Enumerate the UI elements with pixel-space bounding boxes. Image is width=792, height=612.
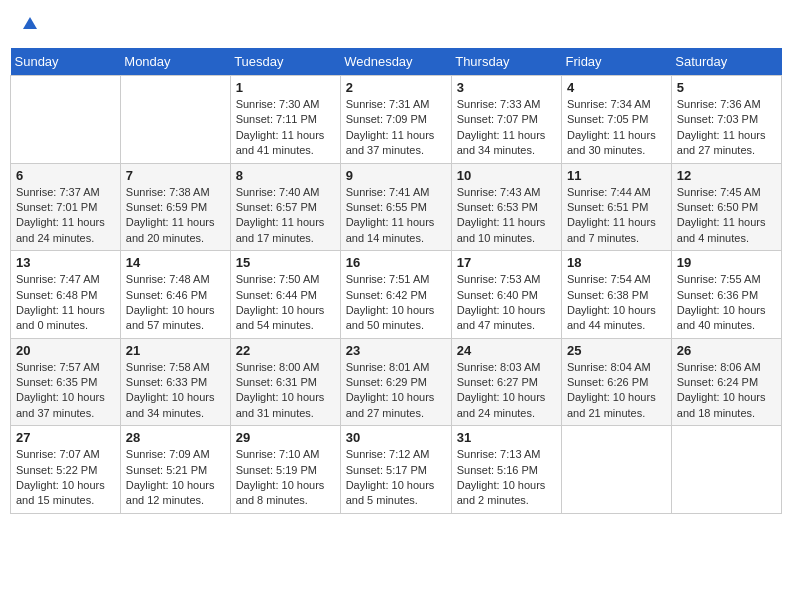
day-cell: 16Sunrise: 7:51 AM Sunset: 6:42 PM Dayli…	[340, 251, 451, 339]
day-cell: 31Sunrise: 7:13 AM Sunset: 5:16 PM Dayli…	[451, 426, 561, 514]
day-number: 10	[457, 168, 556, 183]
week-row-4: 20Sunrise: 7:57 AM Sunset: 6:35 PM Dayli…	[11, 338, 782, 426]
day-info: Sunrise: 7:30 AM Sunset: 7:11 PM Dayligh…	[236, 97, 335, 159]
day-info: Sunrise: 7:51 AM Sunset: 6:42 PM Dayligh…	[346, 272, 446, 334]
day-info: Sunrise: 7:44 AM Sunset: 6:51 PM Dayligh…	[567, 185, 666, 247]
day-info: Sunrise: 7:43 AM Sunset: 6:53 PM Dayligh…	[457, 185, 556, 247]
day-number: 12	[677, 168, 776, 183]
day-info: Sunrise: 7:53 AM Sunset: 6:40 PM Dayligh…	[457, 272, 556, 334]
day-number: 18	[567, 255, 666, 270]
logo	[20, 15, 40, 33]
day-number: 14	[126, 255, 225, 270]
week-row-3: 13Sunrise: 7:47 AM Sunset: 6:48 PM Dayli…	[11, 251, 782, 339]
week-row-1: 1Sunrise: 7:30 AM Sunset: 7:11 PM Daylig…	[11, 76, 782, 164]
day-number: 3	[457, 80, 556, 95]
day-number: 26	[677, 343, 776, 358]
day-number: 15	[236, 255, 335, 270]
day-cell: 15Sunrise: 7:50 AM Sunset: 6:44 PM Dayli…	[230, 251, 340, 339]
day-cell: 11Sunrise: 7:44 AM Sunset: 6:51 PM Dayli…	[561, 163, 671, 251]
day-info: Sunrise: 7:09 AM Sunset: 5:21 PM Dayligh…	[126, 447, 225, 509]
day-number: 1	[236, 80, 335, 95]
day-cell: 23Sunrise: 8:01 AM Sunset: 6:29 PM Dayli…	[340, 338, 451, 426]
day-info: Sunrise: 8:04 AM Sunset: 6:26 PM Dayligh…	[567, 360, 666, 422]
day-number: 29	[236, 430, 335, 445]
day-cell: 14Sunrise: 7:48 AM Sunset: 6:46 PM Dayli…	[120, 251, 230, 339]
day-info: Sunrise: 7:47 AM Sunset: 6:48 PM Dayligh…	[16, 272, 115, 334]
day-number: 30	[346, 430, 446, 445]
weekday-header-tuesday: Tuesday	[230, 48, 340, 76]
day-cell: 8Sunrise: 7:40 AM Sunset: 6:57 PM Daylig…	[230, 163, 340, 251]
weekday-header-friday: Friday	[561, 48, 671, 76]
day-number: 22	[236, 343, 335, 358]
day-cell	[561, 426, 671, 514]
week-row-5: 27Sunrise: 7:07 AM Sunset: 5:22 PM Dayli…	[11, 426, 782, 514]
calendar-table: SundayMondayTuesdayWednesdayThursdayFrid…	[10, 48, 782, 514]
day-number: 16	[346, 255, 446, 270]
day-info: Sunrise: 7:54 AM Sunset: 6:38 PM Dayligh…	[567, 272, 666, 334]
logo-icon	[21, 15, 39, 33]
day-info: Sunrise: 7:07 AM Sunset: 5:22 PM Dayligh…	[16, 447, 115, 509]
day-cell: 2Sunrise: 7:31 AM Sunset: 7:09 PM Daylig…	[340, 76, 451, 164]
day-cell: 28Sunrise: 7:09 AM Sunset: 5:21 PM Dayli…	[120, 426, 230, 514]
day-cell	[120, 76, 230, 164]
weekday-header-thursday: Thursday	[451, 48, 561, 76]
day-info: Sunrise: 7:58 AM Sunset: 6:33 PM Dayligh…	[126, 360, 225, 422]
day-cell: 27Sunrise: 7:07 AM Sunset: 5:22 PM Dayli…	[11, 426, 121, 514]
day-info: Sunrise: 7:37 AM Sunset: 7:01 PM Dayligh…	[16, 185, 115, 247]
day-info: Sunrise: 7:50 AM Sunset: 6:44 PM Dayligh…	[236, 272, 335, 334]
svg-marker-0	[23, 17, 37, 29]
day-cell: 25Sunrise: 8:04 AM Sunset: 6:26 PM Dayli…	[561, 338, 671, 426]
day-number: 25	[567, 343, 666, 358]
day-number: 2	[346, 80, 446, 95]
day-info: Sunrise: 7:38 AM Sunset: 6:59 PM Dayligh…	[126, 185, 225, 247]
day-number: 6	[16, 168, 115, 183]
day-info: Sunrise: 7:55 AM Sunset: 6:36 PM Dayligh…	[677, 272, 776, 334]
day-number: 7	[126, 168, 225, 183]
day-info: Sunrise: 7:41 AM Sunset: 6:55 PM Dayligh…	[346, 185, 446, 247]
day-number: 13	[16, 255, 115, 270]
day-cell: 5Sunrise: 7:36 AM Sunset: 7:03 PM Daylig…	[671, 76, 781, 164]
day-number: 19	[677, 255, 776, 270]
day-info: Sunrise: 7:34 AM Sunset: 7:05 PM Dayligh…	[567, 97, 666, 159]
day-info: Sunrise: 7:48 AM Sunset: 6:46 PM Dayligh…	[126, 272, 225, 334]
weekday-header-saturday: Saturday	[671, 48, 781, 76]
day-number: 9	[346, 168, 446, 183]
day-number: 28	[126, 430, 225, 445]
day-cell: 30Sunrise: 7:12 AM Sunset: 5:17 PM Dayli…	[340, 426, 451, 514]
day-info: Sunrise: 7:31 AM Sunset: 7:09 PM Dayligh…	[346, 97, 446, 159]
day-cell: 3Sunrise: 7:33 AM Sunset: 7:07 PM Daylig…	[451, 76, 561, 164]
day-info: Sunrise: 7:40 AM Sunset: 6:57 PM Dayligh…	[236, 185, 335, 247]
day-number: 27	[16, 430, 115, 445]
day-number: 31	[457, 430, 556, 445]
weekday-header-row: SundayMondayTuesdayWednesdayThursdayFrid…	[11, 48, 782, 76]
day-cell: 6Sunrise: 7:37 AM Sunset: 7:01 PM Daylig…	[11, 163, 121, 251]
day-cell: 18Sunrise: 7:54 AM Sunset: 6:38 PM Dayli…	[561, 251, 671, 339]
day-cell: 17Sunrise: 7:53 AM Sunset: 6:40 PM Dayli…	[451, 251, 561, 339]
day-info: Sunrise: 7:45 AM Sunset: 6:50 PM Dayligh…	[677, 185, 776, 247]
day-info: Sunrise: 7:33 AM Sunset: 7:07 PM Dayligh…	[457, 97, 556, 159]
day-cell: 24Sunrise: 8:03 AM Sunset: 6:27 PM Dayli…	[451, 338, 561, 426]
day-number: 5	[677, 80, 776, 95]
day-info: Sunrise: 7:10 AM Sunset: 5:19 PM Dayligh…	[236, 447, 335, 509]
day-cell: 19Sunrise: 7:55 AM Sunset: 6:36 PM Dayli…	[671, 251, 781, 339]
day-cell: 20Sunrise: 7:57 AM Sunset: 6:35 PM Dayli…	[11, 338, 121, 426]
day-number: 11	[567, 168, 666, 183]
day-cell: 29Sunrise: 7:10 AM Sunset: 5:19 PM Dayli…	[230, 426, 340, 514]
day-info: Sunrise: 8:00 AM Sunset: 6:31 PM Dayligh…	[236, 360, 335, 422]
day-cell: 22Sunrise: 8:00 AM Sunset: 6:31 PM Dayli…	[230, 338, 340, 426]
page-header	[10, 10, 782, 38]
day-info: Sunrise: 7:13 AM Sunset: 5:16 PM Dayligh…	[457, 447, 556, 509]
day-info: Sunrise: 7:57 AM Sunset: 6:35 PM Dayligh…	[16, 360, 115, 422]
day-info: Sunrise: 8:03 AM Sunset: 6:27 PM Dayligh…	[457, 360, 556, 422]
day-cell: 26Sunrise: 8:06 AM Sunset: 6:24 PM Dayli…	[671, 338, 781, 426]
day-cell: 1Sunrise: 7:30 AM Sunset: 7:11 PM Daylig…	[230, 76, 340, 164]
day-info: Sunrise: 7:36 AM Sunset: 7:03 PM Dayligh…	[677, 97, 776, 159]
day-cell	[11, 76, 121, 164]
day-number: 20	[16, 343, 115, 358]
weekday-header-monday: Monday	[120, 48, 230, 76]
day-info: Sunrise: 8:01 AM Sunset: 6:29 PM Dayligh…	[346, 360, 446, 422]
day-info: Sunrise: 7:12 AM Sunset: 5:17 PM Dayligh…	[346, 447, 446, 509]
day-number: 17	[457, 255, 556, 270]
day-cell: 10Sunrise: 7:43 AM Sunset: 6:53 PM Dayli…	[451, 163, 561, 251]
day-info: Sunrise: 8:06 AM Sunset: 6:24 PM Dayligh…	[677, 360, 776, 422]
